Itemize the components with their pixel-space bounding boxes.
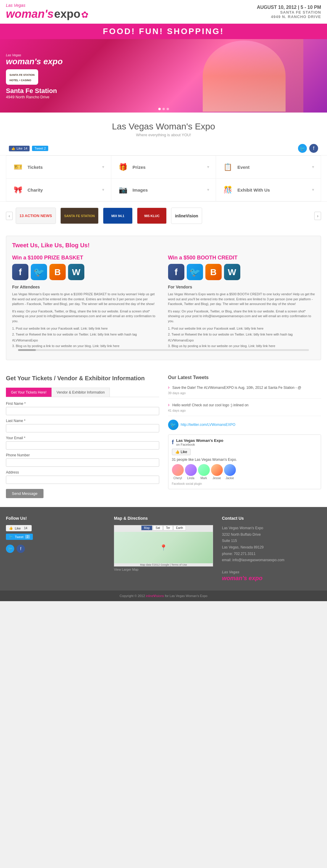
facebook-like-button[interactable]: 👍 Like 14 <box>9 146 30 151</box>
attendees-wp-icon: W <box>68 264 84 280</box>
social-right: 🐦 f <box>298 144 318 153</box>
footer-tw-icon: 🐦 <box>9 535 13 539</box>
banner-station-logo: SANTA FE STATIONHOTEL • CASINO <box>6 69 38 85</box>
footer-social-icons: 🐦 f <box>6 545 105 553</box>
partner-santafe: SANTA FE STATION <box>60 208 99 224</box>
scrollbar[interactable] <box>18 349 309 351</box>
fb-avatar-1: Cheryl <box>172 464 184 480</box>
fb-avatar-4: Jessie <box>211 464 223 480</box>
phone-label: Phone Number <box>6 453 159 457</box>
event-info: AUGUST 10, 2012 | 5 - 10 PM SANTA FE STA… <box>257 5 321 19</box>
map-credit: Map data ©2012 Google | Terms of Use <box>140 563 187 566</box>
attendees-steps: 1. Post our website link on your Faceboo… <box>12 326 159 349</box>
footer-facebook-icon[interactable]: f <box>17 545 25 553</box>
map-tab-map[interactable]: Map <box>141 525 152 530</box>
partner-mix941-label: MIX 94.1 <box>111 214 124 218</box>
attendees-step-3: 3. Blog us by posting a link to our webs… <box>12 343 159 349</box>
contest-grid: Win a $1000 PRIZE BASKET f 🐦 B W For Att… <box>12 255 315 349</box>
map-placeholder: Map Sat Ter Earth 📍 Map data ©2012 Googl… <box>114 525 213 566</box>
larger-map-link[interactable]: View Larger Map <box>114 568 138 571</box>
fb-avatars: Cheryl Linda Mark Jessie <box>172 464 318 480</box>
nav-arrow-images: ▼ <box>206 188 210 192</box>
carousel-next-button[interactable]: › <box>314 212 321 220</box>
footer-tweet-button[interactable]: 🐦 Tweet 2 <box>6 534 33 540</box>
logo: Las Vegas woman's expo ✿ <box>6 3 89 21</box>
nav-item-exhibit[interactable]: 🎊 Exhibit With Us ▼ <box>216 179 321 202</box>
nav-label-event: Event <box>237 165 250 170</box>
vendors-description: Las Vegas Woman's Expo wants to give a $… <box>168 292 315 307</box>
fb-plugin-label: Facebook social plugin <box>172 482 318 485</box>
tweet-button[interactable]: Tweet 2 <box>32 146 48 151</box>
nav-item-event[interactable]: 📋 Event ▼ <box>216 156 321 179</box>
send-message-button[interactable]: Send Message <box>6 489 43 498</box>
map-tab-earth[interactable]: Earth <box>173 525 186 530</box>
nav-label-images: Images <box>133 187 148 192</box>
carousel-prev-button[interactable]: ‹ <box>6 212 13 220</box>
first-name-input[interactable] <box>6 407 159 415</box>
email-input[interactable] <box>6 441 159 450</box>
phone-input[interactable] <box>6 459 159 467</box>
fb-like-widget-button[interactable]: 👍 Like <box>172 449 191 455</box>
tab-vendor-info[interactable]: Vendor & Exhibitor Information <box>52 388 110 397</box>
attendees-blog-icon: B <box>50 264 66 280</box>
footer-grid: Follow Us! 👍 Like 14 🐦 Tweet 2 🐦 f <box>6 516 321 582</box>
facebook-icon-circle[interactable]: f <box>309 144 318 153</box>
tickets-form-panel: Get Your Tickets / Vendor & Exhibitor In… <box>6 375 159 498</box>
tab-get-tickets[interactable]: Get Your Tickets Here! <box>6 388 52 397</box>
vendors-prize-title: Win a $500 BOOTH CREDIT <box>168 255 315 261</box>
last-name-group: Last Name * <box>6 419 159 432</box>
vendors-tw-icon: 🐦 <box>187 264 203 280</box>
last-name-label: Last Name * <box>6 419 159 423</box>
fb-page-name: Las Vegas Woman's Expo <box>176 438 223 443</box>
email-group: Your Email * <box>6 436 159 450</box>
like-label: Like <box>17 147 23 150</box>
map-tabs: Map Sat Ter Earth <box>141 525 186 530</box>
twitter-icon-circle[interactable]: 🐦 <box>298 144 307 153</box>
footer-map-heading: Map & Directions <box>114 516 213 521</box>
vendors-fb-icon: f <box>168 264 184 280</box>
address-input[interactable] <box>6 475 159 484</box>
contest-section: Tweet Us, Like Us, Blog Us! Win a $1000 … <box>6 236 321 360</box>
banner-station-addr: 4949 North Rancho Drive <box>6 95 63 99</box>
vendors-wp-icon: W <box>224 264 240 280</box>
tickets-icon: 🎫 <box>12 161 24 173</box>
dot-2[interactable] <box>162 108 165 110</box>
images-icon: 📷 <box>117 184 129 196</box>
tweet-arrow-icon: › <box>168 385 170 390</box>
tweet-avatar: 🐦 <box>168 420 178 430</box>
banner-logo-womens: woman's expo <box>6 57 63 66</box>
logo-expo: expo <box>54 8 80 21</box>
footer-twitter-icon[interactable]: 🐦 <box>6 545 14 553</box>
nav-item-images[interactable]: 📷 Images ▼ <box>111 179 216 202</box>
dot-3[interactable] <box>167 108 169 110</box>
map-tab-ter[interactable]: Ter <box>163 525 173 530</box>
phone-group: Phone Number <box>6 453 159 467</box>
nav-item-prizes[interactable]: 🎁 Prizes ▼ <box>111 156 216 179</box>
powered-by-link[interactable]: inlineVisions <box>146 594 165 598</box>
email-label: Your Email * <box>6 436 159 440</box>
tweet-text-1: Save the Date! The #LVWomansEXPO is Aug.… <box>172 385 301 390</box>
last-name-input[interactable] <box>6 424 159 432</box>
banner-station-label: SANTA FE STATIONHOTEL • CASINO <box>9 73 35 82</box>
banner-inner: Las Vegas woman's expo SANTA FE STATIONH… <box>0 39 327 113</box>
banner-dots <box>158 108 169 110</box>
map-tab-sat[interactable]: Sat <box>153 525 163 530</box>
attendees-tw-icon: 🐦 <box>31 264 47 280</box>
page-title-section: Las Vegas Woman's Expo Where everything … <box>0 113 327 142</box>
tweet-link[interactable]: http://twitter.com/LVWomansEXPO <box>181 423 235 427</box>
attendees-description: Las Vegas Woman's Expo wants to give a $… <box>12 292 159 307</box>
nav-item-tickets[interactable]: 🎫 Tickets ▼ <box>6 156 111 179</box>
tweet-arrow-icon-2: › <box>168 402 170 407</box>
partner-action13: 13 ACTION NEWS <box>16 208 56 224</box>
footer-follow-heading: Follow Us! <box>6 516 105 521</box>
fb-like-btn-label: Like <box>181 450 187 454</box>
fb-count: 31 people like Las Vegas Woman's Expo. <box>172 458 318 462</box>
fb-page-info: Las Vegas Woman's Expo on Facebook <box>176 438 223 446</box>
dot-1[interactable] <box>158 108 161 110</box>
nav-item-charity[interactable]: 🎀 Charity ▼ <box>6 179 111 202</box>
facebook-widget: f Las Vegas Woman's Expo on Facebook 👍 L… <box>168 434 321 489</box>
footer-follow: Follow Us! 👍 Like 14 🐦 Tweet 2 🐦 f <box>6 516 105 582</box>
tweet-count: 2 <box>44 147 46 150</box>
footer-fb-like-button[interactable]: 👍 Like 14 <box>6 525 32 531</box>
social-bar: 👍 Like 14 Tweet 2 🐦 f <box>0 142 327 155</box>
